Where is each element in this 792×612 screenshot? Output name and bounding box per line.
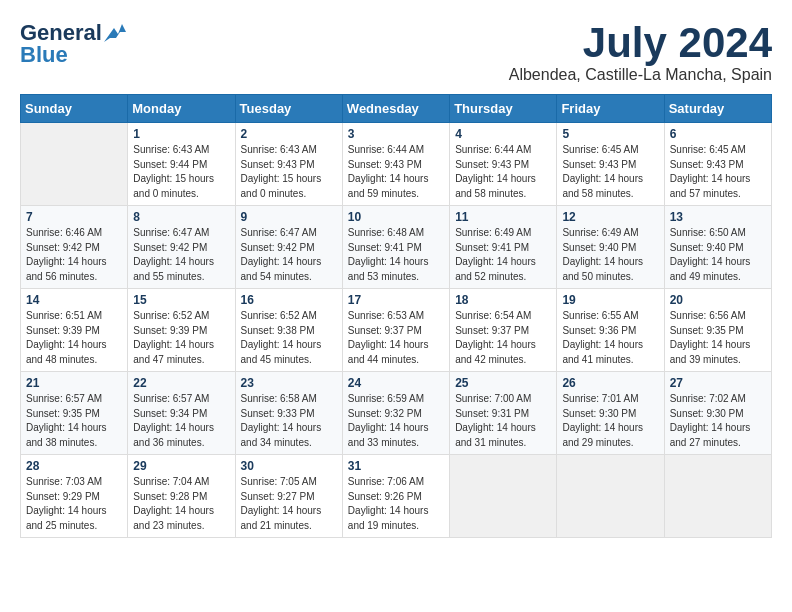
table-row: 9Sunrise: 6:47 AM Sunset: 9:42 PM Daylig… (235, 206, 342, 289)
day-number: 1 (133, 127, 229, 141)
table-row: 3Sunrise: 6:44 AM Sunset: 9:43 PM Daylig… (342, 123, 449, 206)
location-subtitle: Albendea, Castille-La Mancha, Spain (509, 66, 772, 84)
svg-marker-0 (104, 24, 126, 42)
title-block: July 2024 Albendea, Castille-La Mancha, … (509, 20, 772, 84)
day-info: Sunrise: 7:05 AM Sunset: 9:27 PM Dayligh… (241, 475, 337, 533)
table-row: 26Sunrise: 7:01 AM Sunset: 9:30 PM Dayli… (557, 372, 664, 455)
day-number: 12 (562, 210, 658, 224)
table-row: 30Sunrise: 7:05 AM Sunset: 9:27 PM Dayli… (235, 455, 342, 538)
day-number: 31 (348, 459, 444, 473)
day-number: 4 (455, 127, 551, 141)
table-row: 18Sunrise: 6:54 AM Sunset: 9:37 PM Dayli… (450, 289, 557, 372)
header-thursday: Thursday (450, 95, 557, 123)
table-row: 23Sunrise: 6:58 AM Sunset: 9:33 PM Dayli… (235, 372, 342, 455)
day-number: 25 (455, 376, 551, 390)
header-tuesday: Tuesday (235, 95, 342, 123)
table-row (664, 455, 771, 538)
day-info: Sunrise: 6:43 AM Sunset: 9:43 PM Dayligh… (241, 143, 337, 201)
day-info: Sunrise: 6:59 AM Sunset: 9:32 PM Dayligh… (348, 392, 444, 450)
day-info: Sunrise: 6:55 AM Sunset: 9:36 PM Dayligh… (562, 309, 658, 367)
table-row: 11Sunrise: 6:49 AM Sunset: 9:41 PM Dayli… (450, 206, 557, 289)
day-number: 8 (133, 210, 229, 224)
header-friday: Friday (557, 95, 664, 123)
day-number: 5 (562, 127, 658, 141)
day-number: 24 (348, 376, 444, 390)
day-info: Sunrise: 6:45 AM Sunset: 9:43 PM Dayligh… (562, 143, 658, 201)
day-info: Sunrise: 6:52 AM Sunset: 9:39 PM Dayligh… (133, 309, 229, 367)
day-number: 20 (670, 293, 766, 307)
day-number: 26 (562, 376, 658, 390)
day-info: Sunrise: 6:47 AM Sunset: 9:42 PM Dayligh… (241, 226, 337, 284)
logo: General Blue (20, 20, 126, 68)
day-number: 18 (455, 293, 551, 307)
day-info: Sunrise: 6:58 AM Sunset: 9:33 PM Dayligh… (241, 392, 337, 450)
calendar-header-row: Sunday Monday Tuesday Wednesday Thursday… (21, 95, 772, 123)
day-number: 17 (348, 293, 444, 307)
day-info: Sunrise: 6:45 AM Sunset: 9:43 PM Dayligh… (670, 143, 766, 201)
day-number: 14 (26, 293, 122, 307)
header-sunday: Sunday (21, 95, 128, 123)
day-number: 19 (562, 293, 658, 307)
day-info: Sunrise: 7:04 AM Sunset: 9:28 PM Dayligh… (133, 475, 229, 533)
table-row: 16Sunrise: 6:52 AM Sunset: 9:38 PM Dayli… (235, 289, 342, 372)
table-row: 19Sunrise: 6:55 AM Sunset: 9:36 PM Dayli… (557, 289, 664, 372)
day-number: 21 (26, 376, 122, 390)
day-info: Sunrise: 6:46 AM Sunset: 9:42 PM Dayligh… (26, 226, 122, 284)
day-info: Sunrise: 7:00 AM Sunset: 9:31 PM Dayligh… (455, 392, 551, 450)
calendar-week-row: 21Sunrise: 6:57 AM Sunset: 9:35 PM Dayli… (21, 372, 772, 455)
month-title: July 2024 (509, 20, 772, 66)
page-header: General Blue July 2024 Albendea, Castill… (20, 20, 772, 84)
calendar-week-row: 1Sunrise: 6:43 AM Sunset: 9:44 PM Daylig… (21, 123, 772, 206)
table-row: 2Sunrise: 6:43 AM Sunset: 9:43 PM Daylig… (235, 123, 342, 206)
logo-text-blue: Blue (20, 42, 68, 68)
table-row: 4Sunrise: 6:44 AM Sunset: 9:43 PM Daylig… (450, 123, 557, 206)
day-info: Sunrise: 6:44 AM Sunset: 9:43 PM Dayligh… (348, 143, 444, 201)
day-info: Sunrise: 6:51 AM Sunset: 9:39 PM Dayligh… (26, 309, 122, 367)
table-row: 21Sunrise: 6:57 AM Sunset: 9:35 PM Dayli… (21, 372, 128, 455)
header-monday: Monday (128, 95, 235, 123)
day-info: Sunrise: 7:02 AM Sunset: 9:30 PM Dayligh… (670, 392, 766, 450)
day-number: 6 (670, 127, 766, 141)
calendar-week-row: 7Sunrise: 6:46 AM Sunset: 9:42 PM Daylig… (21, 206, 772, 289)
day-info: Sunrise: 6:43 AM Sunset: 9:44 PM Dayligh… (133, 143, 229, 201)
table-row: 28Sunrise: 7:03 AM Sunset: 9:29 PM Dayli… (21, 455, 128, 538)
day-info: Sunrise: 6:50 AM Sunset: 9:40 PM Dayligh… (670, 226, 766, 284)
day-info: Sunrise: 7:03 AM Sunset: 9:29 PM Dayligh… (26, 475, 122, 533)
day-number: 22 (133, 376, 229, 390)
header-wednesday: Wednesday (342, 95, 449, 123)
calendar-week-row: 28Sunrise: 7:03 AM Sunset: 9:29 PM Dayli… (21, 455, 772, 538)
day-info: Sunrise: 7:06 AM Sunset: 9:26 PM Dayligh… (348, 475, 444, 533)
table-row: 24Sunrise: 6:59 AM Sunset: 9:32 PM Dayli… (342, 372, 449, 455)
day-info: Sunrise: 6:54 AM Sunset: 9:37 PM Dayligh… (455, 309, 551, 367)
day-number: 2 (241, 127, 337, 141)
day-info: Sunrise: 6:56 AM Sunset: 9:35 PM Dayligh… (670, 309, 766, 367)
table-row: 17Sunrise: 6:53 AM Sunset: 9:37 PM Dayli… (342, 289, 449, 372)
table-row: 27Sunrise: 7:02 AM Sunset: 9:30 PM Dayli… (664, 372, 771, 455)
table-row (557, 455, 664, 538)
day-info: Sunrise: 6:53 AM Sunset: 9:37 PM Dayligh… (348, 309, 444, 367)
table-row: 29Sunrise: 7:04 AM Sunset: 9:28 PM Dayli… (128, 455, 235, 538)
table-row: 8Sunrise: 6:47 AM Sunset: 9:42 PM Daylig… (128, 206, 235, 289)
table-row: 12Sunrise: 6:49 AM Sunset: 9:40 PM Dayli… (557, 206, 664, 289)
day-number: 16 (241, 293, 337, 307)
header-saturday: Saturday (664, 95, 771, 123)
day-number: 7 (26, 210, 122, 224)
day-number: 23 (241, 376, 337, 390)
day-number: 29 (133, 459, 229, 473)
table-row: 15Sunrise: 6:52 AM Sunset: 9:39 PM Dayli… (128, 289, 235, 372)
table-row: 10Sunrise: 6:48 AM Sunset: 9:41 PM Dayli… (342, 206, 449, 289)
day-info: Sunrise: 6:49 AM Sunset: 9:40 PM Dayligh… (562, 226, 658, 284)
day-number: 30 (241, 459, 337, 473)
table-row: 14Sunrise: 6:51 AM Sunset: 9:39 PM Dayli… (21, 289, 128, 372)
day-info: Sunrise: 7:01 AM Sunset: 9:30 PM Dayligh… (562, 392, 658, 450)
day-number: 9 (241, 210, 337, 224)
table-row: 25Sunrise: 7:00 AM Sunset: 9:31 PM Dayli… (450, 372, 557, 455)
table-row: 31Sunrise: 7:06 AM Sunset: 9:26 PM Dayli… (342, 455, 449, 538)
day-number: 15 (133, 293, 229, 307)
day-number: 27 (670, 376, 766, 390)
day-info: Sunrise: 6:57 AM Sunset: 9:35 PM Dayligh… (26, 392, 122, 450)
table-row (450, 455, 557, 538)
table-row: 6Sunrise: 6:45 AM Sunset: 9:43 PM Daylig… (664, 123, 771, 206)
table-row: 22Sunrise: 6:57 AM Sunset: 9:34 PM Dayli… (128, 372, 235, 455)
table-row: 1Sunrise: 6:43 AM Sunset: 9:44 PM Daylig… (128, 123, 235, 206)
